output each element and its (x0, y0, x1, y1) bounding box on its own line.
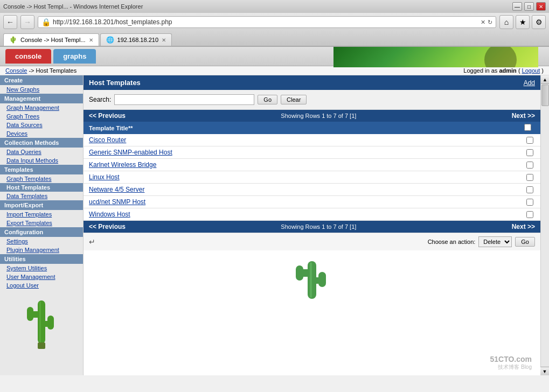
sidebar-item-data-sources[interactable]: Data Sources (0, 121, 83, 129)
row-check-input-5[interactable] (526, 199, 533, 206)
search-go-button[interactable]: Go (258, 95, 277, 104)
add-button[interactable]: Add (524, 79, 535, 87)
tab-1[interactable]: 🌵 Console -> Host Templ... ✕ (3, 33, 99, 46)
minimize-button[interactable]: — (512, 2, 522, 11)
row-checkbox-3 (524, 174, 535, 181)
app-topbar: console graphs (0, 47, 549, 66)
svg-rect-2 (27, 307, 33, 321)
row-check-input-1[interactable] (526, 149, 533, 156)
svg-rect-6 (38, 342, 45, 349)
row-check-input-0[interactable] (526, 137, 533, 144)
search-row: Search: Go Clear (84, 90, 540, 110)
sidebar-item-graph-templates[interactable]: Graph Templates (0, 174, 83, 183)
sidebar-cactus-area (0, 290, 83, 360)
sidebar-item-export-templates[interactable]: Export Templates (0, 219, 83, 227)
maximize-button[interactable]: □ (524, 2, 534, 11)
row-check-input-3[interactable] (526, 174, 533, 181)
svg-rect-5 (39, 302, 41, 342)
breadcrumb-separator: -> (29, 67, 36, 74)
cactus-svg (290, 250, 333, 304)
sidebar-item-host-templates[interactable]: Host Templates (0, 183, 83, 192)
sidebar: CreateNew GraphsManagementGraph Manageme… (0, 75, 84, 375)
row-check-input-6[interactable] (526, 211, 533, 218)
scrollbar-vertical[interactable]: ▲ ▼ (540, 75, 549, 375)
action-label: Choose an action: (428, 239, 476, 245)
next-page-bottom[interactable]: Next >> (512, 223, 535, 230)
sidebar-item-devices[interactable]: Devices (0, 129, 83, 138)
svg-rect-9 (296, 265, 303, 281)
watermark-subtext: 技术博客 Blog (490, 363, 532, 371)
next-page-top[interactable]: Next >> (512, 112, 535, 120)
scroll-up-button[interactable]: ▲ (541, 75, 549, 84)
table-row: Generic SNMP-enabled Host (84, 146, 540, 159)
tab2-close[interactable]: ✕ (162, 37, 166, 43)
address-icon: 🔒 (41, 18, 51, 26)
go-address-icon[interactable]: ↻ (488, 19, 492, 26)
back-button[interactable]: ← (3, 15, 17, 29)
svg-rect-11 (318, 272, 326, 287)
column-title: Template Title** (89, 125, 524, 131)
row-link-6[interactable]: Windows Host (89, 211, 524, 218)
breadcrumb-console-link[interactable]: Console (5, 67, 27, 74)
sidebar-item-plugin-management[interactable]: Plugin Management (0, 246, 83, 254)
row-link-4[interactable]: Netware 4/5 Server (89, 186, 524, 193)
tab1-close[interactable]: ✕ (89, 37, 93, 43)
row-link-1[interactable]: Generic SNMP-enabled Host (89, 149, 524, 156)
prev-page-bottom[interactable]: << Previous (89, 223, 126, 230)
action-bar: ↵ Choose an action: Delete Go (84, 233, 540, 250)
address-bar[interactable]: 🔒 http://192.168.18.201/host_templates.p… (38, 16, 496, 28)
table-row: Cisco Router (84, 134, 540, 146)
sidebar-item-user-management[interactable]: User Management (0, 272, 83, 281)
svg-rect-12 (310, 262, 312, 298)
sidebar-header-import/export: Import/Export (0, 200, 83, 210)
sidebar-item-graph-trees[interactable]: Graph Trees (0, 112, 83, 121)
tab2-favicon: 🌐 (106, 36, 114, 44)
sidebar-header-utilities: Utilities (0, 254, 83, 264)
sidebar-item-logout-user[interactable]: Logout User (0, 281, 83, 290)
sidebar-item-settings[interactable]: Settings (0, 237, 83, 246)
sidebar-item-data-templates[interactable]: Data Templates (0, 192, 83, 200)
sidebar-header-create: Create (0, 75, 83, 85)
scroll-thumb[interactable] (541, 85, 549, 106)
sidebar-item-data-queries[interactable]: Data Queries (0, 148, 83, 156)
watermark-text: 51CTO.com (490, 355, 532, 363)
page-info-top: Showing Rows 1 to 7 of 7 [1] (281, 113, 356, 119)
console-tab[interactable]: console (5, 49, 51, 64)
row-check-input-4[interactable] (526, 186, 533, 193)
close-button[interactable]: ✕ (536, 2, 546, 11)
row-link-5[interactable]: ucd/net SNMP Host (89, 198, 524, 206)
row-checkbox-2 (524, 162, 535, 169)
sidebar-item-system-utilities[interactable]: System Utilities (0, 264, 83, 272)
row-link-2[interactable]: Karlnet Wireless Bridge (89, 161, 524, 169)
table-header: Template Title** (84, 122, 540, 134)
sidebar-item-import-templates[interactable]: Import Templates (0, 210, 83, 219)
sidebar-item-new-graphs[interactable]: New Graphs (0, 85, 83, 94)
sidebar-header-collection-methods: Collection Methods (0, 138, 83, 148)
action-select[interactable]: Delete (478, 236, 512, 247)
row-check-input-2[interactable] (526, 162, 533, 169)
search-input[interactable] (114, 94, 254, 105)
search-clear-button[interactable]: Clear (281, 95, 307, 104)
select-all-checkbox[interactable] (524, 124, 531, 131)
sidebar-item-graph-management[interactable]: Graph Management (0, 103, 83, 112)
refresh-icon[interactable]: ✕ (481, 19, 485, 26)
home-button[interactable]: ⌂ (499, 15, 513, 29)
row-checkbox-1 (524, 149, 535, 156)
sidebar-item-data-input-methods[interactable]: Data Input Methods (0, 156, 83, 165)
forward-button[interactable]: → (20, 15, 34, 29)
browser-tabs: 🌵 Console -> Host Templ... ✕ 🌐 192.168.1… (0, 31, 549, 46)
favorites-button[interactable]: ★ (516, 15, 530, 29)
row-checkbox-0 (524, 137, 535, 144)
search-label: Search: (89, 96, 111, 103)
tab-2[interactable]: 🌐 192.168.18.210 ✕ (100, 33, 172, 46)
graphs-tab[interactable]: graphs (53, 49, 96, 64)
settings-button[interactable]: ⚙ (532, 15, 546, 29)
action-go-button[interactable]: Go (515, 237, 535, 247)
logout-link[interactable]: Logout (522, 67, 540, 74)
column-check (524, 124, 535, 132)
cactus-logo (290, 250, 333, 304)
row-link-0[interactable]: Cisco Router (89, 136, 524, 144)
prev-page-top[interactable]: << Previous (89, 112, 126, 120)
scroll-down-button[interactable]: ▼ (540, 367, 549, 375)
row-link-3[interactable]: Linux Host (89, 173, 524, 181)
